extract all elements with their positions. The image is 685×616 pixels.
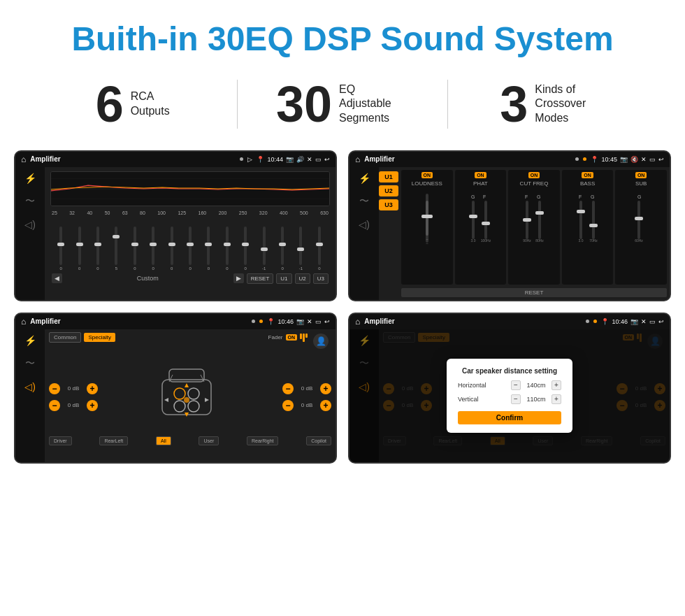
horizontal-minus-btn[interactable]: − <box>511 380 521 390</box>
eq-slider-12[interactable]: 0 <box>273 227 291 271</box>
balance-screen: ⌂ Amplifier 📍 10:46 📷 ✕ ▭ ↩ ⚡ 〜 ◁) Commo… <box>14 313 337 464</box>
eq-bottom-bar: ◀ Custom ▶ RESET U1 U2 U3 <box>50 271 330 285</box>
eq-slider-3[interactable]: 5 <box>107 227 125 271</box>
u-presets-panel: U1 U2 U3 <box>379 167 398 300</box>
back-icon-3[interactable]: ↩ <box>324 318 330 325</box>
svg-text:G: G <box>591 194 594 199</box>
eq-slider-1[interactable]: 0 <box>70 227 88 271</box>
speaker-icon[interactable]: ◁) <box>24 219 36 230</box>
wave-icon-2[interactable]: 〜 <box>359 195 369 208</box>
confirm-button[interactable]: Confirm <box>458 411 561 424</box>
vol-plus-tl[interactable]: + <box>87 383 98 394</box>
vol-minus-br[interactable]: − <box>282 400 294 411</box>
play-icon-1: ▷ <box>247 156 252 163</box>
vertical-label: Vertical <box>458 396 479 403</box>
stat-number-rca: 6 <box>96 79 124 129</box>
horizontal-plus-btn[interactable]: + <box>551 380 561 390</box>
channel-slider-sub[interactable]: G 60Hz <box>617 187 665 250</box>
eq-slider-4[interactable]: 0 <box>126 227 144 271</box>
close-icon-2[interactable]: ✕ <box>641 156 647 163</box>
back-icon-2[interactable]: ↩ <box>658 156 664 163</box>
pin-icon-1: 📍 <box>257 156 264 163</box>
driver-btn[interactable]: Driver <box>49 436 72 445</box>
vol-plus-tr[interactable]: + <box>320 383 331 394</box>
eq-prev-btn[interactable]: ◀ <box>52 273 62 283</box>
all-btn[interactable]: All <box>156 436 171 445</box>
svg-text:F: F <box>525 194 528 199</box>
eq-slider-11[interactable]: -1 <box>254 227 273 271</box>
eq-slider-5[interactable]: 0 <box>144 227 162 271</box>
eq-slider-9[interactable]: 0 <box>218 227 236 271</box>
vol-minus-tr[interactable]: − <box>282 383 294 394</box>
close-icon-1[interactable]: ✕ <box>307 156 312 163</box>
vertical-plus-btn[interactable]: + <box>551 394 561 404</box>
vol-minus-bl[interactable]: − <box>49 400 60 411</box>
channel-cut-freq: ON CUT FREQ F G 90Hz <box>508 170 560 285</box>
u1-preset-btn[interactable]: U1 <box>379 171 398 182</box>
home-icon-1[interactable]: ⌂ <box>21 155 26 164</box>
eq-reset-btn[interactable]: RESET <box>247 273 274 284</box>
wave-icon-3[interactable]: 〜 <box>25 357 35 370</box>
crossover-reset-btn[interactable]: RESET <box>401 288 667 297</box>
copilot-btn[interactable]: Copilot <box>306 436 331 445</box>
status-bar-3: ⌂ Amplifier 📍 10:46 📷 ✕ ▭ ↩ <box>15 314 336 329</box>
eq-sliders-row: 0 0 0 5 0 <box>50 218 330 271</box>
home-icon-4[interactable]: ⌂ <box>355 317 360 327</box>
eq-screen-content: ⚡ 〜 ◁) <box>15 167 336 300</box>
channel-slider-bass[interactable]: F G 3.0 70Hz <box>564 187 612 250</box>
eq-slider-2[interactable]: 0 <box>89 227 107 271</box>
eq-slider-8[interactable]: 0 <box>199 227 217 271</box>
rear-right-btn[interactable]: RearRight <box>247 436 279 445</box>
u2-preset-btn[interactable]: U2 <box>379 185 398 196</box>
svg-rect-20 <box>538 201 541 239</box>
speaker-icon-3[interactable]: ◁) <box>24 381 36 392</box>
channel-slider-loudness[interactable]: ~ ~ <box>403 187 451 250</box>
on-badge-loudness: ON <box>421 172 433 178</box>
channel-name-sub: SUB <box>617 180 665 187</box>
vol-plus-br[interactable]: + <box>320 400 331 411</box>
back-icon-1[interactable]: ↩ <box>324 156 330 163</box>
common-btn[interactable]: Common <box>49 332 81 343</box>
balance-screen-content: ⚡ 〜 ◁) Common Specialty Fader ON <box>15 329 336 462</box>
home-icon-3[interactable]: ⌂ <box>21 317 26 327</box>
user-btn[interactable]: User <box>199 436 219 445</box>
vol-val-tl: 0 dB <box>63 385 84 392</box>
svg-text:G: G <box>637 194 641 199</box>
balance-sidebar: ⚡ 〜 ◁) <box>15 329 45 462</box>
status-icons-2: 📍 10:45 📷 🔇 ✕ ▭ ↩ <box>591 156 664 163</box>
svg-text:100Hz: 100Hz <box>481 238 491 243</box>
eq-slider-14[interactable]: 0 <box>310 227 329 271</box>
eq-icon-2[interactable]: ⚡ <box>359 173 370 184</box>
vol-minus-tl[interactable]: − <box>49 383 60 394</box>
eq-icon-3[interactable]: ⚡ <box>24 335 36 346</box>
svg-text:G: G <box>471 194 475 199</box>
vol-plus-bl[interactable]: + <box>87 400 98 411</box>
eq-u3-btn[interactable]: U3 <box>313 273 329 284</box>
vertical-minus-btn[interactable]: − <box>511 394 521 404</box>
eq-screen: ⌂ Amplifier ▷ 📍 10:44 📷 🔊 ✕ ▭ ↩ ⚡ 〜 ◁) <box>14 150 337 301</box>
eq-slider-0[interactable]: 0 <box>52 227 70 271</box>
close-icon-3[interactable]: ✕ <box>307 318 312 325</box>
eq-icon[interactable]: ⚡ <box>24 173 36 184</box>
eq-sidebar: ⚡ 〜 ◁) <box>15 167 45 300</box>
wave-icon[interactable]: 〜 <box>25 195 35 208</box>
speaker-icon-2[interactable]: ◁) <box>359 219 370 230</box>
eq-u1-btn[interactable]: U1 <box>276 273 291 284</box>
crossover-screen: ⌂ Amplifier 📍 10:45 📷 🔇 ✕ ▭ ↩ ⚡ 〜 ◁) <box>348 150 671 301</box>
u3-preset-btn[interactable]: U3 <box>379 199 398 210</box>
channel-slider-phat[interactable]: G F 3.0 100Hz <box>457 187 505 250</box>
close-icon-4[interactable]: ✕ <box>641 318 647 325</box>
back-icon-4[interactable]: ↩ <box>658 318 664 325</box>
eq-next-btn[interactable]: ▶ <box>233 273 244 283</box>
eq-u2-btn[interactable]: U2 <box>295 273 310 284</box>
eq-slider-7[interactable]: 0 <box>181 227 199 271</box>
specialty-btn[interactable]: Specialty <box>84 333 115 342</box>
eq-main-area: 2532 4050 6380 100125 160200 250320 4005… <box>45 167 336 300</box>
status-dot-3 <box>252 320 255 323</box>
eq-slider-6[interactable]: 0 <box>162 227 180 271</box>
eq-slider-10[interactable]: 0 <box>236 227 254 271</box>
channel-slider-cutfreq[interactable]: F G 90Hz 80Hz <box>510 187 558 250</box>
rear-left-btn[interactable]: RearLeft <box>99 436 128 445</box>
home-icon-2[interactable]: ⌂ <box>355 155 360 164</box>
eq-slider-13[interactable]: -1 <box>291 227 310 271</box>
